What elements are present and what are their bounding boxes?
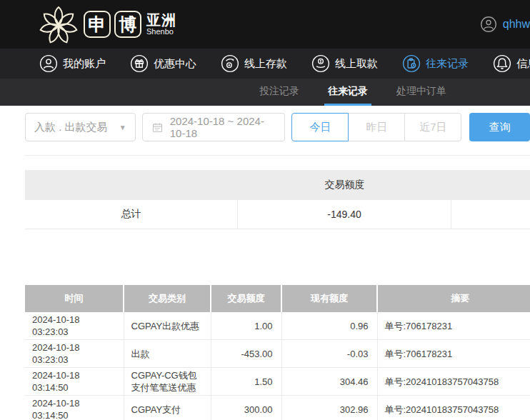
- cell-type: CGPAY支付: [124, 396, 211, 420]
- nav-label: 信息: [516, 57, 530, 71]
- summary-total-extra: [451, 200, 530, 229]
- tab-transaction-records[interactable]: 往来记录: [324, 79, 371, 106]
- yesterday-button[interactable]: 昨日: [348, 113, 405, 141]
- brand-logo[interactable]: 申 博 亚洲 Shenbo: [37, 3, 176, 46]
- cell-amount: -453.00: [211, 340, 281, 368]
- tab-betting-records[interactable]: 投注记录: [256, 79, 303, 106]
- cell-balance: -0.03: [281, 340, 377, 368]
- withdraw-icon: [311, 54, 330, 73]
- col-header-type: 交易类别: [124, 285, 211, 312]
- summary-total-row: 总计 -149.40: [25, 200, 530, 229]
- table-row: 2024-10-18 03:23:03 CGPAY出款优惠 1.00 0.96 …: [25, 312, 530, 340]
- page: 申 博 亚洲 Shenbo qhhw 我的账户: [0, 0, 530, 420]
- filter-bar: 入款 . 出款交易 ▼ 2024-10-18 ~ 2024-10-18 今日 昨…: [25, 113, 530, 141]
- cell-type: CGPAY-CG钱包支付笔笔送优惠: [124, 368, 211, 396]
- cell-type: 出款: [124, 340, 211, 368]
- cell-amount: 1.00: [211, 312, 281, 340]
- transactions-table: 时间 交易类别 交易额度 现有额度 摘要 2024-10-18 03:23:03…: [25, 285, 530, 420]
- summary-total-value: -149.40: [238, 200, 451, 229]
- deposit-icon: [221, 54, 239, 73]
- tab-pending-orders[interactable]: 处理中订单: [393, 79, 450, 106]
- summary-header-row: 交易额度: [25, 170, 530, 200]
- nav-item-transaction-records[interactable]: 往来记录: [402, 54, 469, 73]
- date-range-input[interactable]: 2024-10-18 ~ 2024-10-18: [142, 113, 286, 141]
- calendar-icon: [151, 121, 164, 134]
- cell-balance: 0.96: [281, 312, 377, 340]
- cell-time: 2024-10-18 03:14:50: [25, 368, 124, 396]
- table-row: 2024-10-18 03:14:50 CGPAY-CG钱包支付笔笔送优惠 1.…: [25, 368, 530, 396]
- avatar-icon: [480, 16, 497, 33]
- cell-summary: 单号:706178231: [377, 340, 530, 368]
- logo-region: 亚洲 Shenbo: [146, 13, 176, 36]
- nav-item-promotions[interactable]: 优惠中心: [130, 54, 196, 73]
- cell-amount: 1.50: [211, 368, 281, 396]
- gift-icon: [130, 54, 149, 73]
- nav-label: 我的账户: [63, 57, 106, 71]
- flower-icon: [37, 3, 80, 46]
- cell-balance: 302.96: [281, 396, 377, 420]
- col-header-summary: 摘要: [377, 285, 530, 312]
- nav-item-my-account[interactable]: 我的账户: [39, 54, 106, 73]
- cell-time: 2024-10-18 03:23:03: [25, 340, 124, 368]
- date-quick-buttons: 今日 昨日 近7日: [291, 113, 461, 141]
- last-7-days-button[interactable]: 近7日: [404, 113, 461, 141]
- cell-summary: 单号:202410183757043758: [377, 368, 530, 396]
- nav-label: 线上取款: [335, 57, 378, 71]
- logo-region-cn: 亚洲: [146, 13, 176, 28]
- cell-summary: 单号:202410183757043758: [377, 396, 530, 420]
- col-header-balance: 现有额度: [281, 285, 377, 312]
- summary-total-label: 总计: [25, 200, 238, 229]
- logo-char-bo: 博: [114, 11, 141, 38]
- cell-amount: 300.00: [211, 396, 281, 420]
- chevron-down-icon: ▼: [119, 124, 126, 131]
- logo-region-en: Shenbo: [146, 28, 176, 36]
- nav-item-withdraw[interactable]: 线上取款: [311, 54, 378, 73]
- nav-label: 优惠中心: [154, 57, 196, 71]
- cell-time: 2024-10-18 03:23:03: [25, 312, 124, 340]
- col-header-amount: 交易额度: [211, 285, 281, 312]
- cell-time: 2024-10-18 03:14:50: [25, 396, 124, 420]
- transaction-type-select[interactable]: 入款 . 出款交易 ▼: [25, 113, 136, 141]
- nav-item-deposit[interactable]: 线上存款: [221, 54, 287, 73]
- summary-table: 交易额度 总计 -149.40: [25, 170, 530, 229]
- section-divider: [25, 155, 530, 156]
- cell-type: CGPAY出款优惠: [124, 312, 211, 340]
- nav-label: 线上存款: [244, 57, 287, 71]
- table-header-row: 时间 交易类别 交易额度 现有额度 摘要: [25, 285, 530, 312]
- today-button[interactable]: 今日: [291, 113, 349, 141]
- col-header-time: 时间: [25, 285, 124, 312]
- bell-icon: [493, 54, 511, 73]
- cell-balance: 304.46: [281, 368, 377, 396]
- transaction-type-value: 入款 . 出款交易: [34, 121, 108, 134]
- nav-item-messages[interactable]: 信息: [493, 54, 530, 73]
- main-nav: 我的账户 优惠中心 线上存款 线上取款: [0, 49, 530, 79]
- date-range-value: 2024-10-18 ~ 2024-10-18: [170, 115, 276, 139]
- user-icon: [39, 54, 58, 73]
- username[interactable]: qhhw: [503, 18, 530, 31]
- records-icon: [402, 54, 421, 73]
- logo-char-shen: 申: [84, 11, 111, 38]
- table-row: 2024-10-18 03:14:50 CGPAY支付 300.00 302.9…: [25, 396, 530, 420]
- sub-nav: 投注记录 往来记录 处理中订单: [0, 79, 530, 106]
- nav-label: 往来记录: [426, 57, 469, 71]
- table-row: 2024-10-18 03:23:03 出款 -453.00 -0.03 单号:…: [25, 340, 530, 368]
- user-account[interactable]: qhhw: [480, 0, 530, 49]
- cell-summary: 单号:706178231: [377, 312, 530, 340]
- summary-header-amount: 交易额度: [238, 179, 451, 191]
- top-header: 申 博 亚洲 Shenbo qhhw: [0, 0, 530, 49]
- query-button[interactable]: 查询: [469, 113, 530, 141]
